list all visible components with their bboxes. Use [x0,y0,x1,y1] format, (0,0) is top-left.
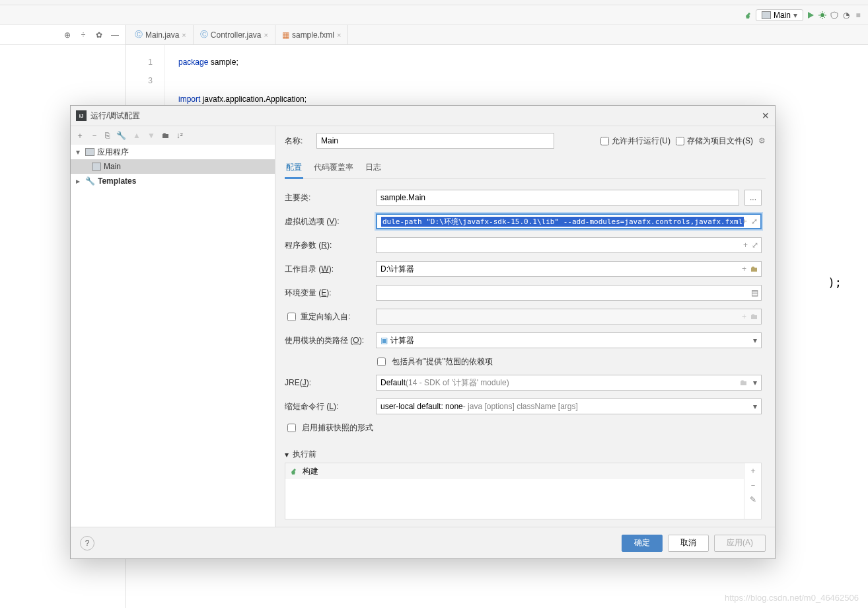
run-icon[interactable] [806,11,815,20]
application-icon [85,148,94,156]
dialog-titlebar[interactable]: IJ 运行/调试配置 ✕ [71,106,775,126]
down-icon[interactable]: ▼ [147,131,155,140]
close-icon[interactable]: × [337,31,341,39]
main-class-field[interactable]: sample.Main [376,190,739,206]
sort-icon[interactable]: ↓² [176,131,183,140]
tab-sample-fxml[interactable]: ▦sample.fxml× [275,25,348,44]
jre-label: JRE(J): [285,378,371,387]
svg-point-0 [820,13,824,17]
tree-item-templates[interactable]: ▸ 🔧 Templates [71,174,275,188]
ok-button[interactable]: 确定 [622,535,663,552]
expand-icon[interactable]: ⤢ [752,241,758,250]
tab-logs[interactable]: 日志 [364,159,382,178]
tab-main-java[interactable]: ⒸMain.java× [128,25,194,44]
gutter: 1 3 [126,45,165,108]
config-sidebar: ＋ － ⎘ 🔧 ▲ ▼ 🖿 ↓² ▾ 应用程序 Main [71,126,275,527]
close-icon[interactable]: ✕ [762,110,770,121]
allow-parallel-checkbox[interactable]: 允许并行运行(U) [600,135,670,147]
chevron-down-icon: ▾ [76,147,83,157]
name-input[interactable] [316,133,554,149]
browse-button[interactable]: ... [744,190,762,206]
working-dir-field[interactable]: D:\计算器 +🖿 [376,261,762,277]
folder-icon[interactable]: 🖿 [162,131,170,140]
plus-icon[interactable]: + [742,217,747,226]
build-icon[interactable] [744,11,753,20]
run-config-label: Main [774,11,791,20]
config-tabs: 配置 代码覆盖率 日志 [285,159,766,179]
redirect-input-label: 重定向输入自: [301,311,350,323]
expand-icon[interactable]: ⤢ [751,217,758,226]
run-debug-config-dialog: IJ 运行/调试配置 ✕ ＋ － ⎘ 🔧 ▲ ▼ 🖿 ↓² ▾ 应用程序 [70,105,776,559]
tab-controller-java[interactable]: ⒸController.java× [194,25,275,44]
up-icon[interactable]: ▲ [133,131,141,140]
tree-section-application[interactable]: ▾ 应用程序 [71,145,275,159]
main-toolbar: Main ▾ ◔ ■ [0,5,868,25]
gear-icon[interactable]: ⚙ [758,136,766,145]
add-icon[interactable]: ＋ [76,130,84,141]
code-editor[interactable]: package sample; import javafx.applicatio… [165,45,307,108]
intellij-icon: IJ [76,110,87,121]
config-toolbar: ＋ － ⎘ 🔧 ▲ ▼ 🖿 ↓² [71,126,275,145]
include-provided-label: 包括具有"提供"范围的依赖项 [392,356,493,367]
tree-item-main[interactable]: Main [71,159,275,174]
settings-icon[interactable]: ✿ [94,30,104,40]
module-classpath-dropdown[interactable]: ▣ 计算器 [376,332,762,348]
add-icon[interactable]: ＋ [749,463,757,478]
close-icon[interactable]: × [182,31,186,39]
include-provided-checkbox[interactable] [377,358,386,366]
folder-icon[interactable]: 🖿 [740,378,748,387]
store-project-checkbox[interactable]: 存储为项目文件(S) [676,135,753,147]
run-configuration-selector[interactable]: Main ▾ [756,9,803,21]
remove-icon[interactable]: － [749,478,757,492]
help-button[interactable]: ? [80,536,94,551]
editor-tabs: ⒸMain.java× ⒸController.java× ▦sample.fx… [126,25,868,45]
copy-icon[interactable]: ⎘ [105,131,110,140]
redirect-input-checkbox[interactable] [287,313,296,321]
close-icon[interactable]: × [264,31,268,39]
wrench-icon[interactable]: 🔧 [116,131,126,140]
name-label: 名称: [285,135,311,147]
before-launch-list[interactable]: 构建 [285,463,744,519]
profile-icon[interactable]: ◔ [842,11,851,20]
before-launch-header[interactable]: ▾ 执行前 [285,449,762,460]
tab-coverage[interactable]: 代码覆盖率 [312,159,355,178]
build-task-item[interactable]: 构建 [285,463,744,479]
program-args-field[interactable]: +⤢ [376,237,762,253]
plus-icon[interactable]: + [742,312,746,321]
target-icon[interactable]: ⊕ [63,30,72,40]
vm-options-label: 虚拟机选项 (V): [285,216,371,227]
application-icon [762,11,771,19]
enable-capture-label: 启用捕获快照的形式 [302,422,373,434]
enable-capture-checkbox[interactable] [287,424,296,432]
edit-icon[interactable]: ✎ [750,492,756,507]
module-icon: ▣ [380,336,388,345]
program-args-label: 程序参数 (R): [285,240,371,251]
list-icon[interactable]: ▤ [751,288,758,297]
apply-button[interactable]: 应用(A) [714,535,766,552]
plus-icon[interactable]: + [742,264,746,274]
jre-dropdown[interactable]: Default (14 - SDK of '计算器' module) 🖿 [376,375,762,391]
chevron-right-icon: ▸ [76,176,83,186]
redirect-input-field[interactable]: +🖿 [376,309,762,324]
shorten-cmd-label: 缩短命令行 (L): [285,401,371,412]
env-vars-label: 环境变量 (E): [285,287,371,299]
folder-icon[interactable]: 🖿 [750,264,758,274]
cancel-button[interactable]: 取消 [668,535,709,552]
remove-icon[interactable]: － [90,130,98,141]
plus-icon[interactable]: + [743,241,748,250]
vm-options-field[interactable]: dule-path "D:\环境\javafx-sdk-15.0.1\lib" … [376,213,762,229]
hide-icon[interactable]: — [110,30,120,40]
collapse-icon[interactable]: ÷ [79,30,88,40]
wrench-icon: 🔧 [85,176,95,186]
coverage-icon[interactable] [830,11,839,20]
build-icon [289,467,299,476]
main-class-label: 主要类: [285,192,371,204]
stop-icon[interactable]: ■ [853,11,863,20]
tab-config[interactable]: 配置 [285,159,303,179]
env-vars-field[interactable]: ▤ [376,285,762,301]
shorten-cmd-dropdown[interactable]: user-local default: none - java [options… [376,399,762,414]
config-tree[interactable]: ▾ 应用程序 Main ▸ 🔧 Templates [71,145,275,527]
folder-icon[interactable]: 🖿 [750,312,758,321]
debug-icon[interactable] [818,11,827,20]
chevron-down-icon: ▾ [285,450,289,459]
